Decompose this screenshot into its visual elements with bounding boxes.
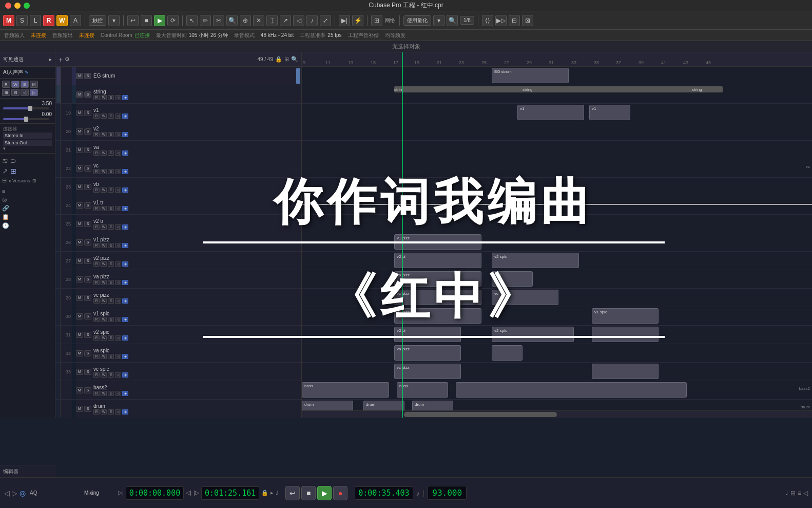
t7-play[interactable]: ◁ xyxy=(115,243,121,248)
ctrl-w-btn[interactable]: W xyxy=(11,81,20,88)
t12-w[interactable]: W xyxy=(101,335,107,341)
t6-m[interactable]: M xyxy=(76,221,83,227)
quantize-menu[interactable]: 使用量化 xyxy=(403,15,431,26)
t8-r[interactable]: R xyxy=(93,261,100,267)
horizontal-scrollbar[interactable] xyxy=(302,410,812,418)
t11-s[interactable]: S xyxy=(84,313,91,319)
t10-e[interactable]: E xyxy=(108,298,114,304)
t12-r[interactable]: R xyxy=(93,335,100,341)
t4-r[interactable]: R xyxy=(93,187,100,193)
t5-w[interactable]: W xyxy=(101,206,107,211)
v1spic-clip1[interactable]: v1 pizz xyxy=(394,308,481,324)
t11-play[interactable]: ◁ xyxy=(115,317,121,322)
ctrl-btn3[interactable]: ◁ xyxy=(21,89,29,96)
t15-link[interactable]: ◈ xyxy=(122,391,128,396)
t16-link[interactable]: ◈ xyxy=(122,409,128,415)
pan-fader[interactable] xyxy=(3,118,49,120)
t9-r[interactable]: R xyxy=(93,280,100,285)
eg-s-btn[interactable]: S xyxy=(84,73,91,79)
t10-r[interactable]: R xyxy=(93,298,100,304)
string-sub3[interactable]: E xyxy=(108,95,114,100)
string-sub5[interactable]: ◈ xyxy=(122,95,128,100)
t11-w[interactable]: W xyxy=(101,317,107,322)
t14-e[interactable]: E xyxy=(108,372,114,378)
t5-e[interactable]: E xyxy=(108,206,114,211)
settings-icon2[interactable]: 📋 xyxy=(2,214,9,220)
t16-w[interactable]: W xyxy=(101,409,107,415)
t7-link[interactable]: ◈ xyxy=(122,243,128,248)
v2spic-clip1[interactable]: v2 pi xyxy=(394,327,461,342)
t12-link[interactable]: ◈ xyxy=(122,335,128,341)
t15-e[interactable]: E xyxy=(108,391,114,396)
v2pizz-clip1[interactable]: v2 pi xyxy=(394,253,481,268)
vaspic-clip1[interactable]: va pizz xyxy=(394,345,461,361)
string-sub1[interactable]: R xyxy=(93,95,100,100)
t5-play[interactable]: ◁ xyxy=(115,206,121,211)
t1-w[interactable]: W xyxy=(101,132,107,137)
t15-play[interactable]: ◁ xyxy=(115,391,121,396)
track-search-btn[interactable]: 🔍 xyxy=(291,56,298,63)
t14-s[interactable]: S xyxy=(84,369,91,375)
t6-w[interactable]: W xyxy=(101,224,107,230)
t3-e[interactable]: E xyxy=(108,169,114,174)
v2pizz-clip2[interactable]: v2 spic xyxy=(492,253,579,268)
routing-in-value[interactable]: Stereo In xyxy=(3,133,52,139)
record-btn[interactable]: ● xyxy=(333,486,347,500)
t8-link[interactable]: ◈ xyxy=(122,261,128,267)
volume-fader[interactable] xyxy=(3,107,49,109)
undo-btn[interactable]: ↩ xyxy=(127,15,139,26)
eg-m-btn[interactable]: M xyxy=(76,73,83,79)
mode-dropdown[interactable]: ▾ xyxy=(108,15,120,26)
tool10[interactable]: ▶▷ xyxy=(495,15,507,26)
t11-m[interactable]: M xyxy=(76,313,83,319)
t0-w[interactable]: W xyxy=(101,114,107,119)
tool8[interactable]: ⊞ xyxy=(371,15,382,26)
t15-r[interactable]: R xyxy=(93,391,100,396)
ctrl-btn2[interactable]: ⊟ xyxy=(11,89,20,96)
clock-icon[interactable]: 🕐 xyxy=(2,222,9,229)
track-versions-icon[interactable]: ⊟ xyxy=(2,177,7,184)
t8-w[interactable]: W xyxy=(101,261,107,267)
a-button[interactable]: A xyxy=(70,15,81,26)
tool9[interactable]: ⟨⟩ xyxy=(482,15,493,26)
t1-link[interactable]: ◈ xyxy=(122,132,128,137)
t13-play[interactable]: ◁ xyxy=(115,354,121,359)
t0-m[interactable]: M xyxy=(76,110,83,116)
vaspic-clip2[interactable] xyxy=(492,345,523,361)
string-s-btn[interactable]: S xyxy=(84,91,91,98)
t10-m[interactable]: M xyxy=(76,295,83,301)
t4-play[interactable]: ◁ xyxy=(115,187,121,193)
ctrl-r-btn[interactable]: R xyxy=(2,81,10,88)
t8-s[interactable]: S xyxy=(84,258,91,264)
t11-e[interactable]: E xyxy=(108,317,114,322)
l-button[interactable]: L xyxy=(30,15,41,26)
t5-m[interactable]: M xyxy=(76,202,83,209)
t13-s[interactable]: S xyxy=(84,350,91,356)
t15-w[interactable]: W xyxy=(101,391,107,396)
t5-r[interactable]: R xyxy=(93,206,100,211)
br-icon1[interactable]: ♩ xyxy=(785,490,788,497)
t5-s[interactable]: S xyxy=(84,202,91,209)
touch-mode-btn[interactable]: 触控 xyxy=(89,15,106,26)
t3-m[interactable]: M xyxy=(76,165,83,172)
t10-w[interactable]: W xyxy=(101,298,107,304)
t13-r[interactable]: R xyxy=(93,354,100,359)
t16-s[interactable]: S xyxy=(84,406,91,412)
t2-s[interactable]: S xyxy=(84,147,91,153)
t0-e[interactable]: E xyxy=(108,114,114,119)
cursor-tool[interactable]: ↖ xyxy=(186,15,198,26)
minimize-button[interactable] xyxy=(14,3,21,9)
t4-e[interactable]: E xyxy=(108,187,114,193)
hscroll-thumb[interactable] xyxy=(404,412,557,417)
t12-play[interactable]: ◁ xyxy=(115,335,121,341)
tempo-display[interactable]: 93.000 xyxy=(428,486,467,500)
ctrl-e-btn[interactable]: E xyxy=(21,81,29,88)
link-icon[interactable]: 🔗 xyxy=(2,205,9,212)
send-icon[interactable]: ↗ xyxy=(2,167,8,175)
locator-icon[interactable]: ▷| xyxy=(118,490,124,496)
routing-out-value[interactable]: Stereo Out xyxy=(3,140,52,146)
t4-w[interactable]: W xyxy=(101,187,107,193)
t1-play[interactable]: ◁ xyxy=(115,132,121,137)
v1pizz-clip1[interactable]: v1 pizz xyxy=(394,234,481,250)
t3-link[interactable]: ◈ xyxy=(122,169,128,174)
